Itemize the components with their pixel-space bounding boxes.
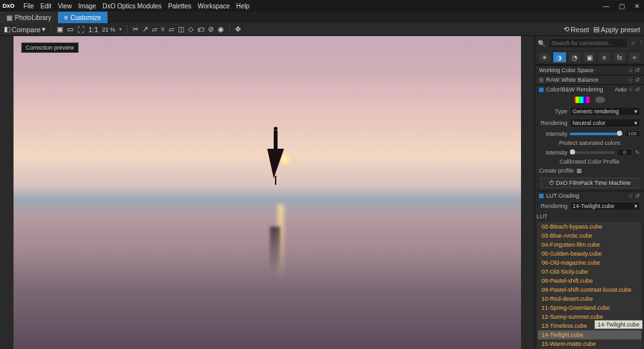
lut-item[interactable]: 03-Blue-Arctic.cube bbox=[538, 231, 641, 240]
lut-rendering-label: Rendering bbox=[539, 203, 567, 209]
star-icon[interactable]: ☆ bbox=[630, 40, 636, 46]
zoom-level[interactable]: 21 % bbox=[102, 26, 116, 33]
compare-button[interactable]: ◧ Compare ▾ bbox=[4, 25, 46, 33]
star-icon[interactable]: ☆ bbox=[628, 193, 633, 199]
star-icon[interactable]: ☆ bbox=[628, 86, 633, 93]
correction-preview-badge: Correction preview bbox=[21, 42, 79, 53]
wand-icon[interactable]: ✎ bbox=[635, 149, 640, 156]
close-icon[interactable]: ✕ bbox=[632, 3, 641, 10]
search-input[interactable] bbox=[548, 38, 628, 48]
intensity2-value[interactable]: 0 bbox=[617, 149, 632, 156]
menu-image[interactable]: Image bbox=[78, 3, 96, 10]
lut-list[interactable]: 02-Bleach-bypass.cube03-Blue-Arctic.cube… bbox=[538, 222, 641, 349]
star-icon[interactable]: ☆ bbox=[628, 77, 633, 83]
toggle-on-icon[interactable] bbox=[539, 88, 544, 92]
lut-title: LUT Grading bbox=[546, 193, 579, 199]
crop-tool-icon[interactable]: ✂ bbox=[133, 25, 138, 33]
rawwb-label: RAW White Balance bbox=[546, 77, 598, 83]
horizon-tool-icon[interactable]: ▱ bbox=[152, 25, 157, 33]
fit-screen-icon[interactable]: ▣ bbox=[57, 25, 63, 33]
lut-item[interactable]: 15-Warm-matte.cube bbox=[538, 339, 641, 348]
lut-item[interactable]: 02-Bleach-bypass.cube bbox=[538, 222, 641, 231]
menu-help[interactable]: Help bbox=[236, 3, 250, 10]
right-panel: 🔍 ☆ ⋮ ☀ ◑ ◔ ▣ ≡ fx ✧ Working Color Space… bbox=[535, 36, 644, 349]
reshape-tool-icon[interactable]: ◫ bbox=[178, 25, 184, 33]
palette-tab-geometry[interactable]: ▣ bbox=[583, 52, 596, 63]
menu-optics[interactable]: DxO Optics Modules bbox=[102, 3, 162, 10]
intensity2-label: Intensity bbox=[539, 149, 567, 156]
picker-tool-icon[interactable]: ↗ bbox=[142, 25, 148, 33]
search-icon: 🔍 bbox=[538, 40, 545, 47]
reset-icon[interactable]: ↺ bbox=[635, 67, 640, 73]
lut-item[interactable]: 04-Forgotten-film.cube bbox=[538, 240, 641, 249]
palette-tab-light[interactable]: ☀ bbox=[538, 52, 551, 63]
menu-workspace[interactable]: Workspace bbox=[198, 3, 230, 10]
repair-tool-icon[interactable]: ▱ bbox=[169, 25, 174, 33]
type-select[interactable]: Generic rendering▾ bbox=[570, 107, 640, 116]
intensity-slider[interactable] bbox=[570, 133, 622, 135]
tab-customize-label: Customize bbox=[71, 14, 101, 21]
link-tool-icon[interactable]: ⊘ bbox=[208, 25, 214, 33]
toggle-off-icon[interactable] bbox=[539, 78, 544, 82]
local-adj-icon[interactable]: ◇ bbox=[188, 25, 193, 33]
apply-preset-label: Apply preset bbox=[601, 26, 640, 33]
time-machine-button[interactable]: ⏱ DxO FilmPack Time Machine bbox=[540, 178, 638, 188]
auto-label[interactable]: Auto bbox=[614, 86, 627, 93]
menu-file[interactable]: File bbox=[24, 3, 34, 10]
sliders-icon: ≡ bbox=[64, 14, 68, 21]
menu-palettes[interactable]: Palettes bbox=[168, 3, 191, 10]
palette-tab-color[interactable]: ◑ bbox=[553, 52, 566, 63]
palette-tab-detail[interactable]: ◔ bbox=[568, 52, 582, 63]
move-tool-icon[interactable]: ✥ bbox=[235, 25, 241, 33]
palette-tab-local[interactable]: ≡ bbox=[598, 52, 611, 63]
lut-item[interactable]: 08-Pastel-shift.cube bbox=[538, 276, 641, 285]
tab-customize[interactable]: ≡ Customize bbox=[58, 12, 108, 23]
lut-item[interactable]: 09-Pastel-shift-contrast-boost.cube bbox=[538, 285, 641, 294]
maximize-icon[interactable]: ▢ bbox=[617, 3, 626, 10]
minimize-icon[interactable]: — bbox=[601, 3, 611, 10]
lut-item[interactable]: 07-Old-Sicily.cube bbox=[538, 267, 641, 276]
eye-tool-icon[interactable]: ◉ bbox=[218, 25, 224, 33]
reset-button[interactable]: ⟲ Reset bbox=[564, 25, 589, 33]
time-machine-label: DxO FilmPack Time Machine bbox=[556, 180, 630, 186]
menu-view[interactable]: View bbox=[58, 3, 72, 10]
intensity-value[interactable]: 100 bbox=[625, 130, 640, 137]
reset-icon[interactable]: ↺ bbox=[635, 193, 640, 199]
image-canvas[interactable]: Correction preview bbox=[14, 36, 521, 349]
intensity-label: Intensity bbox=[539, 131, 567, 137]
lut-rendering-select[interactable]: 14-Twilight.cube▾ bbox=[570, 202, 640, 211]
palette-tab-effects[interactable]: ✧ bbox=[628, 52, 641, 63]
mode-tabbar: ▦ PhotoLibrary ≡ Customize bbox=[0, 12, 644, 23]
palette-tab-watermark[interactable]: fx bbox=[612, 52, 626, 63]
rendering-select[interactable]: Neutral color▾ bbox=[570, 118, 640, 127]
app-logo: DxO bbox=[3, 3, 15, 9]
star-icon[interactable]: ☆ bbox=[628, 67, 633, 73]
reset-icon[interactable]: ↺ bbox=[635, 77, 640, 83]
create-profile-icon[interactable]: ▦ bbox=[576, 167, 582, 174]
menu-icon[interactable]: ⋮ bbox=[638, 40, 644, 46]
type-label: Type bbox=[539, 108, 567, 115]
preset-icon: ▤ bbox=[593, 25, 600, 33]
color-mode-swatch[interactable] bbox=[574, 97, 590, 103]
menu-edit[interactable]: Edit bbox=[41, 3, 52, 10]
intensity2-slider[interactable] bbox=[570, 151, 614, 154]
lut-item[interactable]: 14-Twilight.cube bbox=[538, 330, 641, 339]
chevron-down-icon[interactable]: ▾ bbox=[119, 26, 122, 32]
perspective-tool-icon[interactable]: ▿ bbox=[161, 25, 165, 33]
tab-photolibrary[interactable]: ▦ PhotoLibrary bbox=[0, 12, 58, 23]
zoom-1to1-button[interactable]: 1:1 bbox=[88, 26, 98, 33]
lut-item[interactable]: 06-Old-magazine.cube bbox=[538, 258, 641, 267]
chevron-down-icon: ▾ bbox=[634, 120, 638, 126]
tag-tool-icon[interactable]: 🏷 bbox=[197, 26, 204, 33]
apply-preset-button[interactable]: ▤ Apply preset bbox=[593, 25, 640, 33]
bw-mode-swatch[interactable] bbox=[595, 97, 605, 103]
reset-icon[interactable]: ↺ bbox=[635, 86, 640, 93]
crop-view-icon[interactable]: ⛶ bbox=[77, 26, 84, 33]
grid-view-icon[interactable]: ▭ bbox=[67, 25, 73, 33]
search-row: 🔍 ☆ ⋮ bbox=[535, 36, 644, 50]
lut-item[interactable]: 05-Golden-beauty.cube bbox=[538, 249, 641, 258]
toggle-on-icon[interactable] bbox=[539, 194, 544, 198]
lut-item[interactable]: 10-Red-desert.cube bbox=[538, 294, 641, 303]
create-profile-label: Create profile bbox=[539, 167, 574, 174]
lut-item[interactable]: 11-Spring-Greenland.cube bbox=[538, 303, 641, 312]
